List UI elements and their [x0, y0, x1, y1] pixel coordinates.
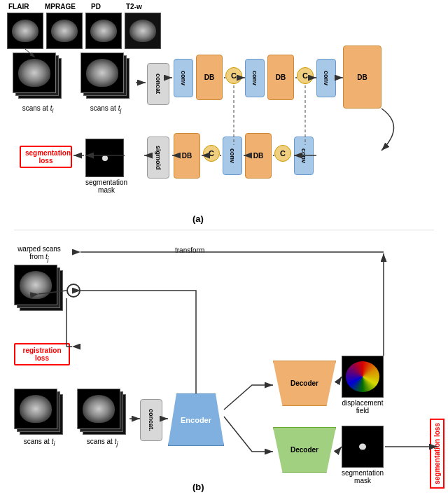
tj-b-front: [77, 389, 120, 429]
concat-box: concat: [147, 63, 169, 105]
db1-box: DB: [196, 55, 223, 100]
warped-scans-container: warped scansfrom tj: [14, 245, 64, 312]
pd-container: PD: [85, 13, 122, 49]
seg-mask-b-label: segmentationmask: [342, 469, 384, 484]
stack-front-tj: [80, 53, 124, 93]
conv4-box: conv: [223, 137, 242, 175]
diagram-container: FLAIR MPRAGE PD T2-w: [0, 0, 448, 502]
segmentation-mask-container: segmentationmask: [85, 139, 127, 194]
part-b-label: (b): [192, 482, 204, 492]
seg-mask-b-container: segmentationmask: [342, 426, 384, 484]
t2w-container: T2-w: [125, 13, 161, 49]
segmentation-loss-box-a: segmentation loss: [20, 146, 72, 168]
part-a: FLAIR MPRAGE PD T2-w: [0, 0, 448, 231]
ti-b-label: scans at ti: [14, 438, 64, 447]
tj-b-brain: [83, 395, 115, 423]
part-b: warped scansfrom tj registration loss: [0, 238, 448, 497]
top-brain-row: FLAIR MPRAGE PD T2-w: [7, 13, 161, 49]
seg-mask-b-dot: [359, 444, 366, 450]
mprage-label: MPRAGE: [45, 3, 76, 11]
c2-circle: C: [297, 67, 314, 84]
flair-label: FLAIR: [8, 3, 29, 11]
brain-render-ti: [18, 59, 50, 87]
stack-ti-images: [13, 53, 63, 103]
displacement-field-label: displacementfield: [342, 399, 384, 414]
mask-dot: [102, 155, 108, 161]
db2-box: DB: [267, 55, 294, 100]
transform-label: transform: [175, 246, 204, 254]
pd-image: [85, 13, 122, 49]
mprage-image: [46, 13, 83, 49]
stack-tj-images: [80, 53, 131, 103]
tj-b-label: scans at tj: [77, 438, 127, 447]
warped-label: warped scansfrom tj: [14, 245, 64, 263]
displacement-field-image: [342, 356, 384, 398]
stack-ti-b-images: [14, 389, 64, 436]
t2w-image: [125, 13, 161, 49]
colorful-brain-render: [346, 361, 379, 392]
pd-label: PD: [91, 3, 101, 11]
warped-stack: [14, 265, 64, 312]
segmentation-mask-image: [85, 139, 124, 177]
t2w-label: T2-w: [126, 3, 142, 11]
seg-loss-b-box: segmentation loss: [430, 419, 444, 489]
c3-circle: C: [203, 145, 220, 162]
part-a-label: (a): [192, 214, 204, 224]
segmentation-mask-label: segmentationmask: [85, 179, 127, 194]
c4-circle: C: [274, 145, 291, 162]
seg-loss-b-container: segmentation loss: [430, 419, 444, 489]
conv2-box: conv: [245, 59, 265, 97]
scan-label-ti-a: scans at ti: [13, 104, 63, 114]
divider: [14, 230, 434, 230]
flair-image: [7, 13, 43, 49]
db3-box: DB: [174, 133, 200, 179]
conv5-box: conv: [294, 137, 314, 175]
scan-stack-ti-a: scans at ti: [13, 53, 63, 114]
warped-brain: [20, 271, 52, 299]
scan-stack-tj-a: scans at tj: [80, 53, 131, 114]
scan-stack-ti-b: scans at ti: [14, 389, 64, 447]
db4-box: DB: [245, 133, 272, 179]
c1-circle: C: [225, 67, 242, 84]
decoder-bottom-box: Decoder: [273, 427, 336, 473]
scan-label-tj-a: scans at tj: [80, 104, 131, 114]
ti-b-front: [14, 389, 57, 429]
scan-stack-tj-b: scans at tj: [77, 389, 127, 447]
conv3-box: conv: [316, 59, 336, 97]
displacement-field-container: displacementfield: [342, 356, 384, 414]
mprage-container: MPRAGE: [46, 13, 83, 49]
transform-circle: [66, 284, 80, 298]
concat-b-box: concat.: [140, 399, 162, 441]
ti-b-brain: [20, 395, 52, 423]
brain-render-tj: [86, 59, 118, 87]
db-large-box: DB: [343, 46, 382, 109]
seg-mask-b-image: [342, 426, 384, 468]
conv1-box: conv: [174, 59, 193, 97]
stack-tj-b-images: [77, 389, 127, 436]
sigmoid-box: sigmoid: [147, 137, 169, 179]
flair-container: FLAIR: [7, 13, 43, 49]
warped-front: [14, 265, 57, 305]
registration-loss-box: registration loss: [14, 343, 70, 365]
decoder-top-box: Decoder: [273, 361, 336, 406]
encoder-box: Encoder: [168, 393, 224, 446]
stack-front-ti: [13, 53, 56, 93]
